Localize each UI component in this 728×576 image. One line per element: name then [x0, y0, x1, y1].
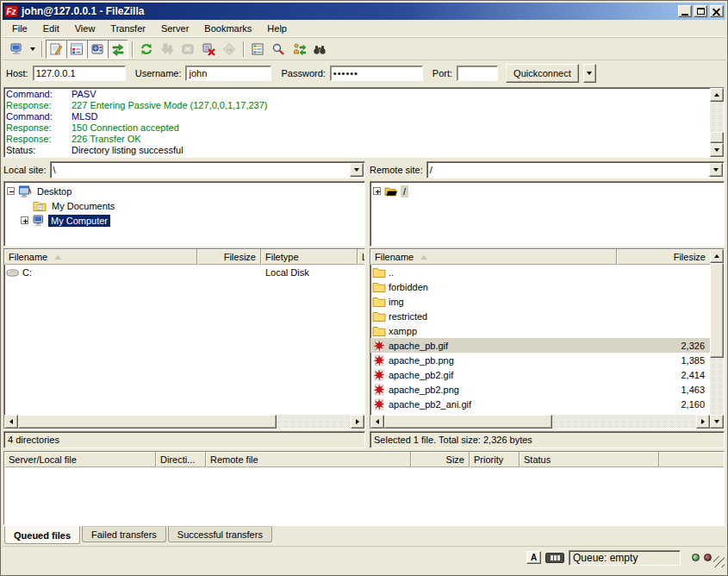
scroll-down-button[interactable]: [710, 415, 724, 429]
tree-item-my-documents[interactable]: My Documents: [4, 198, 364, 213]
column-header-priority[interactable]: Priority: [470, 452, 520, 467]
column-header-filesize[interactable]: Filesize: [197, 249, 261, 265]
tab-successful-transfers[interactable]: Successful transfers: [168, 526, 272, 542]
remote-site-combobox[interactable]: /: [426, 161, 725, 178]
scroll-up-button[interactable]: [710, 88, 724, 102]
scroll-right-button[interactable]: [696, 415, 710, 429]
remote-vertical-scrollbar[interactable]: [710, 249, 724, 429]
username-input[interactable]: [185, 66, 271, 81]
column-header-remote-file[interactable]: Remote file: [206, 452, 411, 467]
scrollbar-thumb[interactable]: [710, 263, 724, 358]
scrollbar-thumb[interactable]: [18, 415, 277, 429]
column-header-last-modified[interactable]: L: [358, 249, 364, 265]
menu-help[interactable]: Help: [259, 22, 295, 35]
toggle-remote-tree-button[interactable]: [87, 40, 108, 59]
column-header-status[interactable]: Status: [520, 452, 659, 467]
host-input[interactable]: [33, 66, 126, 81]
local-horizontal-scrollbar[interactable]: [4, 415, 364, 429]
toggle-message-log-button[interactable]: [46, 40, 66, 59]
log-vertical-scrollbar[interactable]: [710, 88, 724, 157]
remote-file-row[interactable]: img: [370, 294, 710, 309]
remote-file-row[interactable]: forbidden: [370, 279, 710, 294]
process-queue-button[interactable]: [157, 40, 177, 59]
data-type-indicator-icon[interactable]: A: [526, 551, 541, 564]
toggle-local-tree-button[interactable]: [66, 40, 87, 59]
directory-listing-filters-button[interactable]: [247, 40, 268, 59]
queue-body[interactable]: [4, 467, 724, 524]
site-manager-dropdown[interactable]: [27, 40, 38, 59]
port-input[interactable]: [457, 66, 498, 81]
remote-file-row[interactable]: apache_pb2.png1,463: [370, 382, 710, 397]
title-bar[interactable]: Fz john@127.0.0.1 - FileZilla: [3, 3, 725, 20]
quickconnect-button[interactable]: Quickconnect: [506, 64, 579, 83]
file-search-button[interactable]: [268, 40, 289, 59]
quickconnect-dropdown[interactable]: [583, 64, 596, 83]
menu-transfer[interactable]: Transfer: [103, 22, 153, 35]
remote-file-row[interactable]: apache_pb2.gif2,414: [370, 367, 710, 382]
column-header-filename[interactable]: Filename: [370, 249, 617, 265]
password-input[interactable]: [330, 66, 423, 81]
remote-file-row-selected[interactable]: apache_pb.gif2,326: [370, 338, 710, 353]
tab-failed-transfers[interactable]: Failed transfers: [82, 526, 166, 542]
scroll-left-button[interactable]: [4, 415, 18, 429]
remote-file-row[interactable]: apache_pb2_ani.gif2,160: [370, 397, 710, 411]
local-site-dropdown[interactable]: [350, 163, 364, 177]
remote-file-row[interactable]: apache_pb.png1,385: [370, 353, 710, 367]
arrow-down-icon: [714, 148, 719, 152]
collapse-icon[interactable]: [7, 187, 15, 195]
expand-icon[interactable]: [373, 187, 381, 195]
remote-file-row[interactable]: xampp: [370, 323, 710, 338]
refresh-button[interactable]: [136, 40, 157, 59]
scroll-down-button[interactable]: [710, 143, 724, 157]
desktop-icon: [18, 185, 32, 198]
site-manager-button[interactable]: [6, 40, 27, 59]
expand-icon[interactable]: [21, 216, 28, 224]
remote-file-list: Filename Filesize .. forbidden img restr…: [370, 248, 725, 429]
menu-file[interactable]: File: [4, 22, 35, 35]
drive-icon: [6, 266, 20, 279]
synchronized-browsing-button[interactable]: [289, 40, 309, 59]
menu-server[interactable]: Server: [153, 22, 196, 35]
tree-item-root[interactable]: /: [370, 184, 724, 198]
scroll-right-button[interactable]: [351, 415, 364, 429]
local-file-row[interactable]: C: Local Disk: [4, 265, 364, 279]
remote-file-row[interactable]: ..: [370, 265, 710, 279]
directory-comparison-button[interactable]: [309, 40, 330, 59]
remote-file-row[interactable]: restricted: [370, 309, 710, 323]
file-size: 2,326: [617, 341, 710, 351]
column-label: Status: [524, 454, 551, 465]
column-header-filesize[interactable]: Filesize: [617, 249, 710, 265]
reconnect-button[interactable]: [219, 40, 240, 59]
minimize-button[interactable]: [678, 5, 692, 17]
column-header-filetype[interactable]: Filetype: [261, 249, 358, 265]
tab-queued-files[interactable]: Queued files: [4, 526, 80, 544]
column-label: Remote file: [210, 454, 258, 465]
remote-site-dropdown[interactable]: [709, 163, 723, 177]
window-title: john@127.0.0.1 - FileZilla: [22, 5, 676, 17]
menu-bookmarks[interactable]: Bookmarks: [196, 22, 259, 35]
scroll-left-button[interactable]: [370, 415, 384, 429]
chevron-down-icon: [30, 47, 35, 51]
menu-view[interactable]: View: [67, 22, 103, 35]
speed-limits-icon[interactable]: [545, 553, 564, 563]
tree-item-desktop[interactable]: Desktop: [4, 184, 364, 198]
tree-item-my-computer[interactable]: My Computer: [4, 213, 364, 228]
menu-edit[interactable]: Edit: [35, 22, 67, 35]
column-header-size[interactable]: Size: [411, 452, 470, 467]
cancel-operation-button[interactable]: [177, 40, 198, 59]
local-site-combobox[interactable]: \: [50, 161, 365, 178]
disconnect-button[interactable]: [198, 40, 219, 59]
close-button[interactable]: [710, 5, 724, 17]
chevron-down-icon: [354, 168, 359, 172]
file-name: ..: [389, 267, 617, 278]
scrollbar-thumb[interactable]: [710, 132, 724, 143]
scroll-up-button[interactable]: [710, 249, 724, 263]
column-header-direction[interactable]: Directi...: [156, 452, 206, 467]
resize-grip[interactable]: [713, 556, 725, 567]
column-header-filename[interactable]: Filename: [4, 249, 197, 265]
column-header-server-local-file[interactable]: Server/Local file: [4, 452, 156, 467]
remote-horizontal-scrollbar[interactable]: [370, 415, 710, 429]
toggle-transfer-queue-button[interactable]: [108, 40, 128, 59]
maximize-button[interactable]: [694, 5, 707, 17]
scrollbar-thumb[interactable]: [384, 415, 552, 429]
